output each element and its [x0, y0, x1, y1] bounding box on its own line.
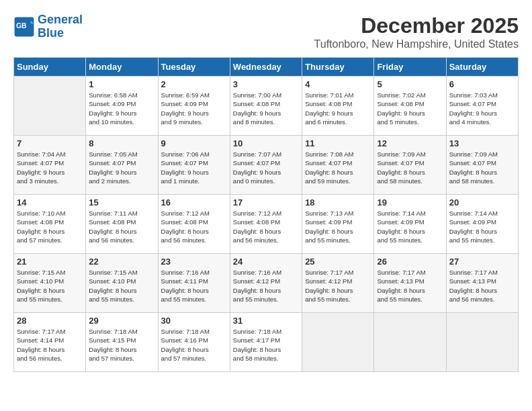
calendar-cell: 18Sunrise: 7:13 AM Sunset: 4:09 PM Dayli… — [302, 195, 374, 254]
calendar-cell: 9Sunrise: 7:06 AM Sunset: 4:07 PM Daylig… — [158, 136, 230, 195]
day-info: Sunrise: 7:09 AM Sunset: 4:07 PM Dayligh… — [449, 150, 515, 185]
day-info: Sunrise: 7:14 AM Sunset: 4:09 PM Dayligh… — [449, 209, 515, 244]
calendar-cell: 29Sunrise: 7:18 AM Sunset: 4:15 PM Dayli… — [86, 313, 158, 372]
day-number: 26 — [377, 257, 443, 267]
calendar-cell: 19Sunrise: 7:14 AM Sunset: 4:09 PM Dayli… — [374, 195, 446, 254]
day-number: 1 — [89, 79, 154, 89]
day-header-friday: Friday — [374, 58, 446, 77]
month-title: December 2025 — [314, 13, 519, 38]
day-info: Sunrise: 7:14 AM Sunset: 4:09 PM Dayligh… — [377, 209, 443, 244]
calendar-cell: 27Sunrise: 7:17 AM Sunset: 4:13 PM Dayli… — [446, 254, 518, 313]
day-number: 31 — [233, 316, 299, 326]
day-header-tuesday: Tuesday — [158, 58, 230, 77]
calendar-cell: 26Sunrise: 7:17 AM Sunset: 4:13 PM Dayli… — [374, 254, 446, 313]
day-number: 17 — [233, 197, 299, 208]
day-number: 4 — [305, 79, 371, 89]
day-info: Sunrise: 7:17 AM Sunset: 4:12 PM Dayligh… — [305, 268, 371, 304]
day-info: Sunrise: 7:05 AM Sunset: 4:07 PM Dayligh… — [89, 150, 154, 185]
day-header-thursday: Thursday — [302, 58, 374, 77]
calendar-week-row: 7Sunrise: 7:04 AM Sunset: 4:07 PM Daylig… — [14, 136, 519, 195]
day-number: 18 — [305, 197, 371, 208]
calendar-cell: 14Sunrise: 7:10 AM Sunset: 4:08 PM Dayli… — [14, 195, 86, 254]
calendar-cell: 21Sunrise: 7:15 AM Sunset: 4:10 PM Dayli… — [14, 254, 86, 313]
calendar-cell: 13Sunrise: 7:09 AM Sunset: 4:07 PM Dayli… — [446, 136, 518, 195]
day-info: Sunrise: 7:18 AM Sunset: 4:17 PM Dayligh… — [233, 327, 299, 363]
calendar-cell: 6Sunrise: 7:03 AM Sunset: 4:07 PM Daylig… — [446, 77, 518, 136]
day-info: Sunrise: 7:16 AM Sunset: 4:12 PM Dayligh… — [233, 268, 299, 304]
day-number: 27 — [449, 257, 515, 267]
day-info: Sunrise: 7:09 AM Sunset: 4:07 PM Dayligh… — [377, 150, 443, 185]
logo: GB General Blue — [13, 13, 83, 40]
day-number: 13 — [449, 138, 515, 148]
day-number: 16 — [161, 197, 227, 208]
day-info: Sunrise: 7:15 AM Sunset: 4:10 PM Dayligh… — [17, 268, 83, 304]
day-number: 11 — [305, 138, 371, 148]
calendar-cell — [446, 313, 518, 372]
calendar-cell: 5Sunrise: 7:02 AM Sunset: 4:08 PM Daylig… — [374, 77, 446, 136]
calendar-cell: 3Sunrise: 7:00 AM Sunset: 4:08 PM Daylig… — [230, 77, 302, 136]
day-number: 3 — [233, 79, 299, 89]
day-number: 5 — [377, 79, 443, 89]
calendar-cell: 31Sunrise: 7:18 AM Sunset: 4:17 PM Dayli… — [230, 313, 302, 372]
day-number: 9 — [161, 138, 227, 148]
calendar-cell: 20Sunrise: 7:14 AM Sunset: 4:09 PM Dayli… — [446, 195, 518, 254]
location-title: Tuftonboro, New Hampshire, United States — [314, 38, 519, 50]
calendar-cell: 8Sunrise: 7:05 AM Sunset: 4:07 PM Daylig… — [86, 136, 158, 195]
calendar-cell: 10Sunrise: 7:07 AM Sunset: 4:07 PM Dayli… — [230, 136, 302, 195]
day-info: Sunrise: 7:04 AM Sunset: 4:07 PM Dayligh… — [17, 150, 83, 185]
calendar-cell: 16Sunrise: 7:12 AM Sunset: 4:08 PM Dayli… — [158, 195, 230, 254]
day-info: Sunrise: 7:13 AM Sunset: 4:09 PM Dayligh… — [305, 209, 371, 244]
day-info: Sunrise: 7:15 AM Sunset: 4:10 PM Dayligh… — [89, 268, 154, 304]
day-number: 19 — [377, 197, 443, 208]
day-info: Sunrise: 7:02 AM Sunset: 4:08 PM Dayligh… — [377, 91, 443, 126]
day-number: 23 — [161, 257, 227, 267]
logo-icon: GB — [13, 16, 35, 38]
day-header-sunday: Sunday — [14, 58, 86, 77]
day-number: 29 — [89, 316, 154, 326]
calendar-week-row: 21Sunrise: 7:15 AM Sunset: 4:10 PM Dayli… — [14, 254, 519, 313]
day-info: Sunrise: 7:10 AM Sunset: 4:08 PM Dayligh… — [17, 209, 83, 244]
day-info: Sunrise: 7:18 AM Sunset: 4:15 PM Dayligh… — [89, 327, 154, 363]
calendar-week-row: 1Sunrise: 6:58 AM Sunset: 4:09 PM Daylig… — [14, 77, 519, 136]
calendar-cell: 12Sunrise: 7:09 AM Sunset: 4:07 PM Dayli… — [374, 136, 446, 195]
day-info: Sunrise: 7:01 AM Sunset: 4:08 PM Dayligh… — [305, 91, 371, 126]
calendar-cell — [374, 313, 446, 372]
title-section: December 2025 Tuftonboro, New Hampshire,… — [314, 13, 519, 50]
day-header-wednesday: Wednesday — [230, 58, 302, 77]
day-info: Sunrise: 7:11 AM Sunset: 4:08 PM Dayligh… — [89, 209, 154, 244]
day-info: Sunrise: 7:17 AM Sunset: 4:13 PM Dayligh… — [377, 268, 443, 304]
day-info: Sunrise: 7:17 AM Sunset: 4:14 PM Dayligh… — [17, 327, 83, 363]
day-info: Sunrise: 7:18 AM Sunset: 4:16 PM Dayligh… — [161, 327, 227, 363]
calendar-week-row: 28Sunrise: 7:17 AM Sunset: 4:14 PM Dayli… — [14, 313, 519, 372]
logo-line1: General — [38, 13, 83, 26]
day-info: Sunrise: 7:00 AM Sunset: 4:08 PM Dayligh… — [233, 91, 299, 126]
calendar-cell: 30Sunrise: 7:18 AM Sunset: 4:16 PM Dayli… — [158, 313, 230, 372]
calendar-cell: 15Sunrise: 7:11 AM Sunset: 4:08 PM Dayli… — [86, 195, 158, 254]
logo-text: General Blue — [38, 13, 83, 40]
page-header: GB General Blue December 2025 Tuftonboro… — [13, 13, 519, 50]
day-number: 12 — [377, 138, 443, 148]
calendar-cell: 24Sunrise: 7:16 AM Sunset: 4:12 PM Dayli… — [230, 254, 302, 313]
calendar-week-row: 14Sunrise: 7:10 AM Sunset: 4:08 PM Dayli… — [14, 195, 519, 254]
calendar-cell: 17Sunrise: 7:12 AM Sunset: 4:08 PM Dayli… — [230, 195, 302, 254]
day-info: Sunrise: 7:07 AM Sunset: 4:07 PM Dayligh… — [233, 150, 299, 185]
day-info: Sunrise: 7:03 AM Sunset: 4:07 PM Dayligh… — [449, 91, 515, 126]
calendar-cell: 7Sunrise: 7:04 AM Sunset: 4:07 PM Daylig… — [14, 136, 86, 195]
day-number: 7 — [17, 138, 83, 148]
day-number: 24 — [233, 257, 299, 267]
calendar-table: SundayMondayTuesdayWednesdayThursdayFrid… — [13, 57, 519, 372]
calendar-cell: 2Sunrise: 6:59 AM Sunset: 4:09 PM Daylig… — [158, 77, 230, 136]
day-number: 22 — [89, 257, 154, 267]
day-info: Sunrise: 7:12 AM Sunset: 4:08 PM Dayligh… — [161, 209, 227, 244]
calendar-cell — [302, 313, 374, 372]
day-number: 30 — [161, 316, 227, 326]
day-info: Sunrise: 7:12 AM Sunset: 4:08 PM Dayligh… — [233, 209, 299, 244]
day-number: 25 — [305, 257, 371, 267]
day-number: 14 — [17, 197, 83, 208]
day-number: 10 — [233, 138, 299, 148]
calendar-header-row: SundayMondayTuesdayWednesdayThursdayFrid… — [14, 58, 519, 77]
day-header-saturday: Saturday — [446, 58, 518, 77]
day-number: 8 — [89, 138, 154, 148]
day-number: 28 — [17, 316, 83, 326]
calendar-cell: 28Sunrise: 7:17 AM Sunset: 4:14 PM Dayli… — [14, 313, 86, 372]
